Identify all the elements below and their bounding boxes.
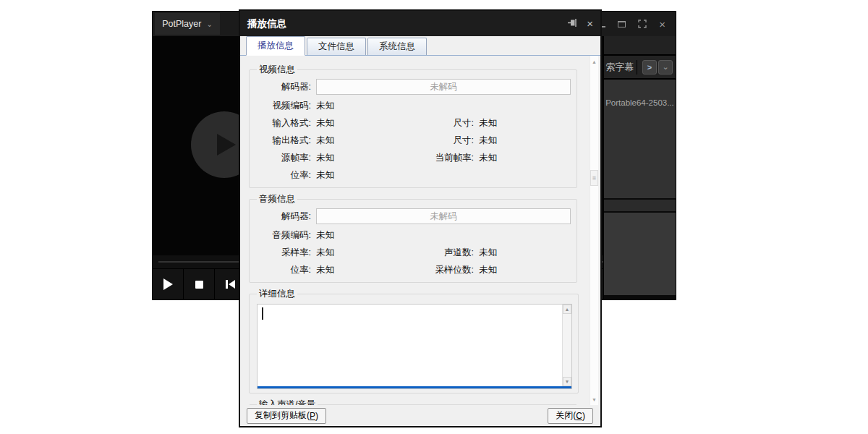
- details-textarea[interactable]: ▲ ▼: [257, 304, 572, 389]
- field-value: [479, 229, 571, 242]
- button-hotkey: C: [576, 411, 582, 421]
- button-label: 复制到剪贴板(: [255, 409, 310, 422]
- field-value: 未知: [316, 169, 403, 182]
- close-button[interactable]: 关闭(C): [548, 408, 593, 424]
- field-label: [403, 100, 479, 112]
- field-value: 未知: [316, 135, 403, 147]
- input-channel-legend: 输入声道/音量: [257, 399, 318, 405]
- playback-info-dialog: 播放信息 × 播放信息 文件信息 系统信息 视频信息 解码器: 未解码: [239, 9, 602, 427]
- field-label: 尺寸:: [403, 117, 479, 129]
- text-caret: [262, 307, 263, 320]
- field-label: 视频编码:: [255, 100, 316, 112]
- field-value: 未知: [479, 247, 571, 259]
- dialog-scroll-thumb[interactable]: ≡: [590, 170, 598, 186]
- playlist-header: 索字幕 > ⌄: [604, 56, 676, 80]
- field-label: 输出格式:: [255, 135, 316, 147]
- stop-button[interactable]: [184, 269, 215, 299]
- field-value: 未知: [479, 135, 571, 147]
- field-value: 未知: [316, 229, 403, 242]
- field-value: 未知: [316, 100, 403, 112]
- play-icon: [163, 278, 173, 290]
- playlist-lower-panel: [604, 213, 676, 299]
- dialog-close-button[interactable]: ×: [587, 18, 593, 29]
- tab-system-info[interactable]: 系统信息: [367, 38, 427, 55]
- field-label: 采样位数:: [403, 264, 479, 276]
- details-scrollbar[interactable]: ▲ ▼: [562, 305, 571, 386]
- dialog-button-bar: 复制到剪贴板(P) 关闭(C): [240, 405, 600, 426]
- close-window-button[interactable]: ×: [659, 19, 665, 30]
- previous-icon: [226, 280, 235, 289]
- audio-info-legend: 音频信息: [257, 193, 297, 205]
- button-label: ): [582, 411, 585, 421]
- chevron-down-icon: ⌄: [206, 20, 212, 28]
- field-label: 当前帧率:: [403, 152, 479, 164]
- field-value: 未知: [316, 152, 403, 164]
- field-label: 采样率:: [255, 247, 316, 259]
- button-hotkey: P: [310, 411, 315, 421]
- video-decoder-label: 解码器:: [255, 81, 316, 93]
- field-label: 源帧率:: [255, 152, 316, 164]
- field-value: [479, 169, 571, 182]
- field-label: 输入格式:: [255, 117, 316, 129]
- playlist-top-strip: [604, 36, 676, 56]
- dialog-scroll-up-icon[interactable]: ▲: [590, 57, 598, 66]
- play-button[interactable]: [153, 269, 184, 299]
- playlist-header-label: 索字幕: [605, 61, 637, 74]
- field-value: 未知: [316, 117, 403, 129]
- video-info-group: 视频信息 解码器: 未解码 视频编码:未知 输入格式:未知尺寸:未知 输出格式:…: [249, 64, 577, 188]
- tab-file-info[interactable]: 文件信息: [307, 38, 366, 55]
- field-value: [479, 100, 571, 112]
- button-label: ): [315, 411, 318, 421]
- scroll-down-icon[interactable]: ▼: [563, 377, 571, 386]
- audio-info-grid: 音频编码:未知 采样率:未知声道数:未知 位率:未知采样位数:未知: [255, 229, 571, 279]
- fullscreen-button[interactable]: [638, 20, 647, 28]
- stop-icon: [195, 281, 203, 289]
- audio-decoder-label: 解码器:: [255, 210, 316, 223]
- restore-icon: [618, 21, 626, 27]
- field-label: [403, 229, 479, 242]
- field-value: 未知: [479, 117, 571, 129]
- field-value: 未知: [479, 264, 571, 276]
- dialog-content: 视频信息 解码器: 未解码 视频编码:未知 输入格式:未知尺寸:未知 输出格式:…: [240, 56, 600, 405]
- field-label: [403, 169, 479, 182]
- app-menu-button[interactable]: PotPlayer ⌄: [155, 13, 220, 35]
- input-channel-group: 输入声道/音量: [249, 399, 577, 405]
- video-decoder-field[interactable]: 未解码: [316, 79, 571, 95]
- field-value: 未知: [316, 264, 403, 276]
- field-value: 未知: [316, 247, 403, 259]
- field-label: 尺寸:: [403, 135, 479, 147]
- dialog-tabs: 播放信息 文件信息 系统信息: [240, 36, 600, 56]
- field-label: 声道数:: [403, 247, 479, 259]
- pin-icon: [567, 18, 577, 27]
- restore-button[interactable]: [618, 21, 626, 27]
- audio-info-group: 音频信息 解码器: 未解码 音频编码:未知 采样率:未知声道数:未知 位率:未知…: [249, 193, 577, 283]
- dialog-scrollbar[interactable]: ▲ ≡ ▼: [590, 56, 598, 405]
- field-label: 音频编码:: [255, 229, 316, 242]
- fullscreen-icon: [638, 20, 647, 28]
- copy-to-clipboard-button[interactable]: 复制到剪贴板(P): [247, 408, 326, 424]
- field-label: 位率:: [255, 169, 316, 182]
- playlist-dropdown-button[interactable]: ⌄: [658, 60, 673, 75]
- dialog-titlebar: 播放信息 ×: [240, 11, 600, 36]
- playlist-item[interactable]: Portable64-2503...: [604, 98, 676, 107]
- playlist-list: Portable64-2503...: [604, 80, 676, 198]
- playlist-panel: 索字幕 > ⌄ Portable64-2503...: [603, 36, 676, 299]
- video-info-legend: 视频信息: [257, 64, 297, 76]
- scroll-up-icon[interactable]: ▲: [563, 305, 571, 314]
- dialog-title: 播放信息: [247, 17, 567, 30]
- details-progress-bar: [258, 386, 571, 388]
- tab-playback-info[interactable]: 播放信息: [246, 36, 305, 56]
- details-legend: 详细信息: [257, 288, 297, 300]
- field-label: 位率:: [255, 264, 316, 276]
- details-group: 详细信息 ▲ ▼: [249, 288, 579, 393]
- playlist-next-button[interactable]: >: [642, 60, 657, 75]
- app-title: PotPlayer: [162, 19, 201, 29]
- video-info-grid: 视频编码:未知 输入格式:未知尺寸:未知 输出格式:未知尺寸:未知 源帧率:未知…: [255, 100, 571, 184]
- pin-button[interactable]: [567, 17, 577, 30]
- field-value: 未知: [479, 152, 571, 164]
- dialog-scroll-down-icon[interactable]: ▼: [590, 395, 598, 404]
- playlist-section-divider: [604, 198, 676, 213]
- audio-decoder-field[interactable]: 未解码: [316, 208, 571, 224]
- button-label: 关闭(: [556, 409, 576, 422]
